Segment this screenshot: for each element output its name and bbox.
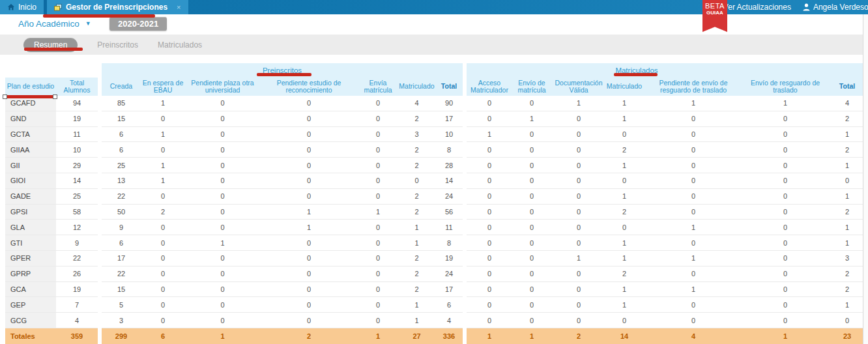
totals-cell: 1: [744, 328, 826, 344]
col-header: Pendiente estudio de reconocimiento: [260, 78, 358, 96]
value-cell: 0: [358, 297, 398, 312]
column-headers: Plan de estudio Total Alumnos: [5, 78, 98, 96]
plan-cell: GCG: [5, 313, 56, 328]
value-cell: 0: [744, 205, 826, 220]
value-cell: 0: [260, 158, 358, 173]
value-cell: 0: [512, 266, 551, 281]
close-icon[interactable]: ×: [177, 3, 181, 11]
value-cell: 0: [512, 158, 551, 173]
value-cell: 0: [358, 282, 398, 297]
table-row: 1000001: [467, 127, 868, 143]
col-header: Envío de resguardo de traslado: [744, 78, 826, 96]
value-cell: 22: [56, 251, 98, 266]
value-cell: 2: [398, 158, 435, 173]
table-row: 90010111: [102, 220, 463, 235]
value-cell: 0: [551, 205, 606, 220]
value-cell: 26: [56, 266, 98, 281]
table-block-matriculados: Matriculados Acceso Matriculador Envío d…: [467, 63, 868, 344]
plan-cell: GADE: [5, 189, 56, 204]
home-button[interactable]: Inicio: [0, 0, 44, 14]
value-cell: 0: [643, 189, 744, 204]
value-cell: 11: [56, 127, 98, 142]
value-cell: 0: [512, 189, 551, 204]
totals-cell: 4: [643, 328, 744, 344]
table-row: 5000016: [102, 297, 463, 313]
value-cell: 0: [358, 189, 398, 204]
table-row: 220000224: [102, 266, 463, 282]
col-header: Plan de estudio: [5, 78, 56, 96]
value-cell: 5: [102, 297, 141, 312]
value-cell: 0: [467, 266, 512, 281]
value-cell: 0: [185, 205, 260, 220]
value-cell: 0: [185, 142, 260, 157]
table-row: GIIAA10: [5, 142, 98, 158]
value-cell: 0: [512, 142, 551, 157]
value-cell: 1: [141, 158, 185, 173]
value-cell: 25: [56, 189, 98, 204]
value-cell: 0: [467, 282, 512, 297]
value-cell: 1: [606, 189, 643, 204]
value-cell: 2: [826, 111, 868, 126]
value-cell: 0: [744, 173, 826, 188]
col-header: Acceso Matriculador: [467, 78, 512, 96]
annotation-handle-right[interactable]: [53, 94, 57, 99]
value-cell: 6: [102, 142, 141, 157]
value-cell: 1: [141, 127, 185, 142]
tab-gestor-preinscripciones[interactable]: Gestor de Preinscripciones ×: [47, 0, 188, 14]
value-cell: 0: [744, 158, 826, 173]
plan-cell: GLA: [5, 220, 56, 235]
value-cell: 7: [56, 297, 98, 312]
windows-icon: [54, 4, 62, 11]
value-cell: 90: [435, 96, 463, 111]
value-cell: 0: [744, 220, 826, 235]
value-cell: 1: [826, 297, 868, 312]
table-row: 0011114: [467, 96, 868, 111]
table-row: GPER22: [5, 251, 98, 266]
value-cell: 6: [102, 235, 141, 250]
value-cell: 0: [467, 96, 512, 111]
value-cell: 1: [358, 205, 398, 220]
annotation-underline-matriculados: [614, 73, 658, 76]
beta-sublabel: GUIAA: [706, 10, 723, 16]
value-cell: 22: [102, 189, 141, 204]
value-cell: 2: [606, 205, 643, 220]
totals-cell: 23: [826, 328, 868, 344]
value-cell: 0: [826, 313, 868, 328]
tab-preinscritos[interactable]: Preinscritos: [97, 40, 138, 50]
value-cell: 0: [551, 111, 606, 126]
value-cell: 1: [398, 313, 435, 328]
value-cell: 0: [467, 173, 512, 188]
plan-cell: GCA: [5, 282, 56, 297]
user-menu[interactable]: Angela Verdesot: [803, 3, 868, 12]
value-cell: 0: [260, 282, 358, 297]
plan-cell: GPSI: [5, 205, 56, 220]
value-cell: 0: [141, 313, 185, 328]
value-cell: 0: [512, 251, 551, 266]
value-cell: 0: [606, 313, 643, 328]
group-header-matriculados: Matriculados: [467, 63, 868, 78]
value-cell: 2: [398, 205, 435, 220]
table-row: GIOI14: [5, 173, 98, 189]
value-cell: 0: [512, 173, 551, 188]
value-cell: 0: [358, 127, 398, 142]
tab-title: Gestor de Preinscripciones: [66, 3, 167, 12]
vertical-scrollbar[interactable]: [863, 14, 868, 344]
value-cell: 2: [398, 111, 435, 126]
value-cell: 6: [435, 297, 463, 312]
value-cell: 0: [467, 158, 512, 173]
value-cell: 0: [744, 111, 826, 126]
academic-year-dropdown[interactable]: Año Académico ▼: [18, 19, 91, 29]
column-headers: Creada En espera de EBAU Pendiente plaza…: [102, 78, 463, 96]
annotation-handle-left[interactable]: [3, 94, 7, 99]
value-cell: 3: [398, 127, 435, 142]
table-row: 150000217: [102, 282, 463, 298]
col-header: Matriculado: [398, 78, 435, 96]
annotation-underline-preinscritos: [257, 73, 311, 76]
value-cell: 0: [185, 313, 260, 328]
table-block-plan: Plan de estudio Total Alumnos GCAFD94GND…: [5, 63, 98, 344]
value-cell: 2: [826, 266, 868, 281]
tab-matriculados[interactable]: Matriculados: [158, 40, 202, 50]
value-cell: 0: [358, 220, 398, 235]
value-cell: 0: [744, 297, 826, 312]
value-cell: 1: [826, 158, 868, 173]
